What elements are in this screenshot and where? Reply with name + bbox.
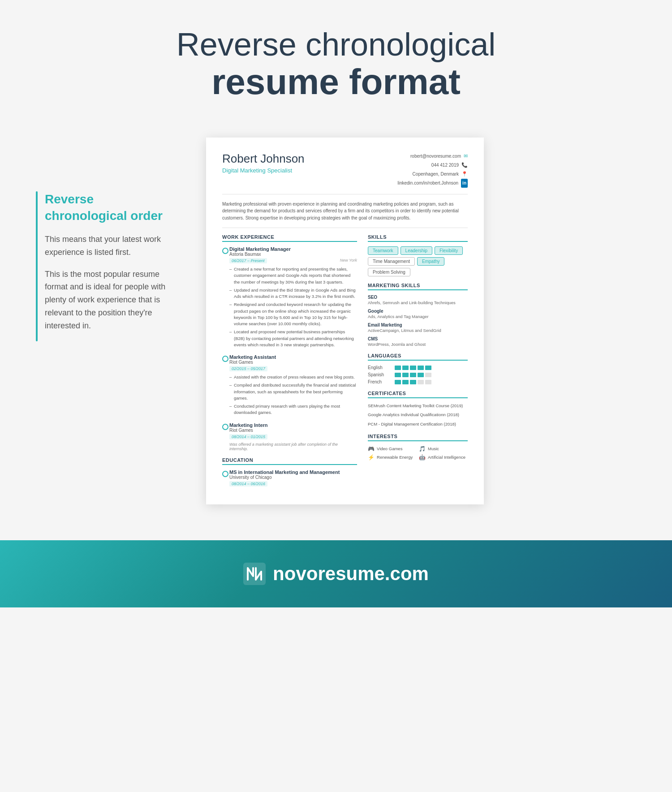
location-icon: 📍 — [461, 170, 468, 179]
work-item-1: Digital Marketing Manager Astoria Baumax… — [222, 246, 357, 348]
resume-right-column: SKILLS Teamwork Leadership Flexibility T… — [368, 234, 468, 490]
job1-bullet-3: Redesigned and conducted keyword researc… — [229, 301, 357, 327]
page-footer: novoresume.com — [0, 540, 672, 607]
bar1 — [395, 373, 401, 377]
bar1 — [395, 380, 401, 384]
skill-teamwork: Teamwork — [368, 246, 398, 255]
interests-title: INTERESTS — [368, 434, 468, 441]
lang-spanish: Spanish — [368, 372, 468, 377]
svg-rect-0 — [243, 563, 266, 585]
job2-date-row: 02/2015 – 05/2017 — [229, 366, 357, 371]
work-item-2: Marketing Assistant Riot Games 02/2015 –… — [222, 354, 357, 416]
interest-music: 🎵 Music — [419, 446, 468, 452]
sidebar-para1: This means that your latest work experie… — [45, 233, 179, 259]
resume-contact: robert@novoresume.com ✉ 044 412 2019 📞 C… — [397, 152, 468, 187]
marketing-skills-title: MARKETING SKILLS — [368, 283, 468, 290]
cert-1: SEMrush Content Marketing Toolkit Course… — [368, 403, 468, 409]
job3-company: Riot Games — [229, 428, 357, 433]
bar3 — [410, 373, 416, 377]
mkt-email-name: Email Marketing — [368, 323, 468, 327]
resume-card: Robert Johnson Digital Marketing Special… — [206, 138, 484, 504]
job1-date: 06/2017 – Present — [229, 258, 267, 263]
job1-bullet-2: Updated and monitored the Bid Strategy i… — [229, 287, 357, 300]
job2-company: Riot Games — [229, 360, 357, 365]
contact-linkedin-row: linkedin.com/in/robert.Johnson in — [397, 179, 468, 188]
mkt-cms-name: CMS — [368, 336, 468, 341]
novoresume-logo — [243, 563, 266, 585]
resume-left-column: WORK EXPERIENCE Digital Marketing Manage… — [222, 234, 357, 490]
mkt-email-desc: ActiveCampaign, Litmus and SendGrid — [368, 328, 468, 333]
interest-renewable-label: Renewable Energy — [377, 455, 413, 460]
bar3 — [410, 366, 416, 370]
mkt-email: Email Marketing ActiveCampaign, Litmus a… — [368, 323, 468, 333]
linkedin-label: linkedin.com/in/robert.Johnson — [397, 179, 458, 187]
footer-brand-text: novoresume.com — [273, 563, 429, 585]
lang-french-name: French — [368, 379, 390, 384]
lang-french: French — [368, 379, 468, 384]
job2-bullet-2: Compiled and distributed successfully th… — [229, 382, 357, 401]
marketing-skills-list: SEO Ahrefs, Semrush and Link-building Te… — [368, 295, 468, 347]
email-label: robert@novoresume.com — [410, 152, 461, 160]
bar5 — [425, 366, 431, 370]
resume-body: WORK EXPERIENCE Digital Marketing Manage… — [222, 234, 468, 490]
resume-identity: Robert Johnson Digital Marketing Special… — [222, 152, 305, 174]
skills-title: SKILLS — [368, 234, 468, 242]
page-title-light: Reverse chronological — [9, 27, 663, 62]
job3-date: 08/2014 – 01/2015 — [229, 434, 267, 439]
skill-flexibility: Flexibility — [435, 246, 463, 255]
interest-renewable-energy: ⚡ Renewable Energy — [368, 454, 417, 461]
contact-location-row: Copenhagen, Denmark 📍 — [397, 170, 468, 179]
skill-time-management: Time Management — [368, 257, 415, 266]
interest-ai-label: Artificial Intelligence — [428, 455, 465, 460]
mkt-google: Google Ads, Analytics and Tag Manager — [368, 309, 468, 319]
languages-list: English Spanish — [368, 365, 468, 384]
job1-date-row: 06/2017 – Present New York — [229, 258, 357, 263]
bar5 — [425, 373, 431, 377]
bar5 — [425, 380, 431, 384]
sidebar-explanation: Reverse chronological order This means t… — [36, 138, 179, 341]
lang-english: English — [368, 365, 468, 370]
location-label: Copenhagen, Denmark — [413, 170, 459, 178]
job2-bullets: Assisted with the creation of press rele… — [229, 374, 357, 416]
bar4 — [418, 373, 424, 377]
mkt-cms: CMS WordPress, Joomla and Ghost — [368, 336, 468, 347]
job3-title: Marketing Intern — [229, 422, 357, 428]
contact-phone-row: 044 412 2019 📞 — [397, 161, 468, 170]
skill-leadership: Leadership — [401, 246, 432, 255]
edu-degree: MS in International Marketing and Manage… — [229, 469, 357, 475]
sidebar-title: Reverse chronological order — [45, 191, 179, 224]
cert-2: Google Analytics Individual Qualificatio… — [368, 412, 468, 418]
education-title: EDUCATION — [222, 457, 357, 465]
main-content: Reverse chronological order This means t… — [0, 120, 672, 531]
interests-grid: 🎮 Video Games 🎵 Music ⚡ Renewable Energy… — [368, 446, 468, 461]
music-icon: 🎵 — [419, 446, 426, 452]
job1-bullet-1: Created a new format for reporting and p… — [229, 266, 357, 285]
job2-title: Marketing Assistant — [229, 354, 357, 360]
bar2 — [402, 373, 409, 377]
job2-bullet-3: Conducted primary research with users pl… — [229, 403, 357, 416]
mkt-cms-desc: WordPress, Joomla and Ghost — [368, 342, 468, 347]
bar1 — [395, 366, 401, 370]
phone-label: 044 412 2019 — [431, 161, 459, 169]
lang-french-bars — [395, 380, 431, 384]
mkt-google-desc: Ads, Analytics and Tag Manager — [368, 314, 468, 319]
bracket-decoration: Reverse chronological order This means t… — [36, 191, 179, 341]
resume-summary: Marketing professional with proven exper… — [222, 201, 468, 228]
job3-date-row: 08/2014 – 01/2015 — [229, 434, 357, 439]
sidebar-text: Reverse chronological order This means t… — [45, 191, 179, 341]
bar4 — [418, 380, 424, 384]
lang-english-name: English — [368, 365, 390, 370]
phone-icon: 📞 — [461, 161, 468, 170]
video-games-icon: 🎮 — [368, 446, 375, 452]
job2-bullet-1: Assisted with the creation of press rele… — [229, 374, 357, 380]
cert-3: PCM - Digital Management Certification (… — [368, 421, 468, 427]
job2-date: 02/2015 – 05/2017 — [229, 366, 267, 371]
resume-name: Robert Johnson — [222, 152, 305, 166]
work-item-3: Marketing Intern Riot Games 08/2014 – 01… — [222, 422, 357, 451]
edu-date: 08/2014 – 06/2016 — [229, 481, 267, 486]
mkt-seo: SEO Ahrefs, Semrush and Link-building Te… — [368, 295, 468, 305]
footer-brand: novoresume.com — [0, 563, 672, 585]
interest-video-games: 🎮 Video Games — [368, 446, 417, 452]
bar2 — [402, 380, 409, 384]
lang-spanish-bars — [395, 373, 431, 377]
